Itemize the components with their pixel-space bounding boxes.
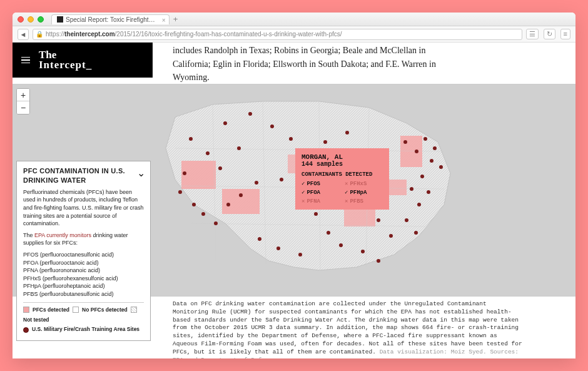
svg-point-50 [439, 165, 443, 169]
svg-point-43 [430, 159, 433, 163]
svg-point-19 [214, 221, 218, 225]
browser-window: Special Report: Toxic Firefight… × + ◄ 🔒… [13, 13, 575, 358]
check-icon [345, 189, 348, 196]
svg-point-25 [289, 137, 293, 141]
zoom-in-button[interactable]: + [17, 89, 29, 101]
svg-point-56 [218, 166, 222, 170]
swatch-detected-icon [23, 307, 29, 313]
panel-title: PFC CONTAMINATION IN U.S. DRINKING WATER [23, 166, 144, 186]
svg-point-15 [183, 171, 186, 175]
svg-rect-6 [388, 180, 407, 195]
check-icon [302, 189, 305, 196]
contaminant-item: PFOS [302, 180, 340, 187]
svg-point-36 [377, 218, 380, 222]
svg-point-42 [423, 137, 427, 141]
tab-title: Special Report: Toxic Firefight… [66, 16, 155, 23]
x-icon [345, 180, 348, 187]
reader-mode-button[interactable]: ☰ [526, 29, 539, 39]
svg-point-44 [420, 175, 424, 178]
svg-point-21 [239, 193, 243, 197]
svg-point-26 [280, 178, 283, 181]
svg-point-23 [248, 112, 252, 116]
svg-point-14 [189, 137, 193, 141]
svg-point-57 [237, 146, 241, 150]
map-container[interactable]: + − ⌄ PFC CONTAMINATION IN U.S. DRINKING… [13, 84, 575, 297]
svg-point-20 [226, 203, 230, 206]
traffic-lights [18, 16, 44, 23]
browser-tab[interactable]: Special Report: Toxic Firefight… × [51, 14, 170, 24]
list-item: PFHpA (perfluoroheptanoic acid) [23, 282, 144, 290]
svg-point-32 [345, 131, 349, 135]
svg-rect-1 [181, 161, 216, 189]
favicon-icon [57, 16, 63, 23]
svg-point-58 [255, 181, 258, 185]
contaminant-item: PFNA [302, 198, 340, 205]
svg-point-38 [361, 250, 365, 253]
reload-button[interactable]: ↻ [544, 29, 555, 39]
contaminant-grid: PFOSPFHxSPFOAPFHpAPFNAPFBS [302, 180, 383, 205]
x-icon [302, 198, 305, 205]
article-paragraph: includes Randolph in Texas; Robins in Ge… [173, 43, 442, 84]
maximize-window-button[interactable] [38, 16, 44, 23]
tooltip-location: MORGAN, AL [302, 153, 383, 161]
url-bar: ◄ 🔒 https://theintercept.com/2015/12/16/… [13, 26, 575, 43]
new-tab-button[interactable]: + [173, 14, 178, 24]
list-item: PFHxS (perfluorohexanesulfonic acid) [23, 275, 144, 283]
browser-toolbar-right: ☰ ↻ ≡ [526, 29, 570, 39]
contaminant-item: PFHpA [345, 189, 383, 196]
svg-point-24 [270, 125, 274, 128]
list-item: PFBS (perfluorobutanesulfonic acid) [23, 290, 144, 298]
close-window-button[interactable] [18, 16, 24, 23]
contaminant-item: PFOA [302, 189, 340, 196]
svg-point-53 [276, 246, 280, 250]
url-field[interactable]: 🔒 https://theintercept.com/2015/12/16/to… [33, 29, 522, 40]
svg-point-28 [314, 212, 318, 216]
svg-point-22 [223, 121, 227, 125]
minimize-window-button[interactable] [28, 16, 34, 23]
svg-point-16 [178, 190, 182, 194]
svg-point-37 [389, 234, 393, 238]
zoom-controls: + − [16, 88, 30, 114]
map-tooltip: MORGAN, AL 144 samples CONTAMINANTS DETE… [295, 148, 389, 210]
epa-link[interactable]: EPA currently monitors [34, 232, 91, 238]
panel-intro: Perfluorinated chemicals (PFCs) have bee… [23, 188, 144, 228]
back-button[interactable]: ◄ [18, 29, 29, 40]
svg-point-30 [339, 243, 343, 247]
svg-point-29 [327, 231, 330, 235]
window-titlebar: Special Report: Toxic Firefight… × + [13, 13, 575, 26]
close-tab-icon[interactable]: × [162, 17, 166, 24]
svg-point-49 [433, 146, 437, 150]
svg-point-31 [323, 140, 327, 144]
swatch-none-icon [73, 307, 79, 313]
chevron-down-icon[interactable]: ⌄ [137, 166, 145, 180]
svg-point-47 [405, 218, 408, 222]
svg-point-52 [258, 237, 261, 241]
url-text: https://theintercept.com/2015/12/16/toxi… [46, 31, 342, 38]
tooltip-label: CONTAMINANTS DETECTED [302, 171, 383, 178]
tooltip-samples: 144 samples [302, 161, 383, 168]
list-item: PFNA (perfluorononanoic acid) [23, 267, 144, 275]
svg-point-51 [427, 190, 430, 194]
contaminant-item: PFHxS [345, 180, 383, 187]
hamburger-icon[interactable] [21, 57, 30, 64]
swatch-military-icon [23, 327, 29, 333]
list-item: PFOA (perfluorooctanoic acid) [23, 259, 144, 267]
info-panel: ⌄ PFC CONTAMINATION IN U.S. DRINKING WAT… [16, 161, 151, 341]
svg-point-54 [298, 253, 302, 257]
pfc-list: PFOS (perfluorooctanesulfonic acid) PFOA… [23, 251, 144, 298]
svg-point-39 [377, 259, 380, 263]
check-icon [302, 180, 305, 187]
site-logo[interactable]: The Intercept_ [39, 50, 92, 70]
menu-button[interactable]: ≡ [560, 29, 570, 39]
site-header: The Intercept_ [13, 43, 153, 78]
map-legend: PFCs detected No PFCs detected Not teste… [23, 302, 144, 334]
x-icon [345, 198, 348, 205]
zoom-out-button[interactable]: − [17, 101, 29, 114]
contaminant-item: PFBS [345, 198, 383, 205]
panel-monitor: The EPA currently monitors drinking wate… [23, 231, 144, 247]
svg-point-17 [192, 203, 196, 206]
svg-point-55 [206, 151, 210, 155]
svg-point-41 [415, 150, 418, 153]
map-caption: Data on PFC drinking water contamination… [173, 300, 523, 358]
svg-point-48 [414, 231, 418, 235]
